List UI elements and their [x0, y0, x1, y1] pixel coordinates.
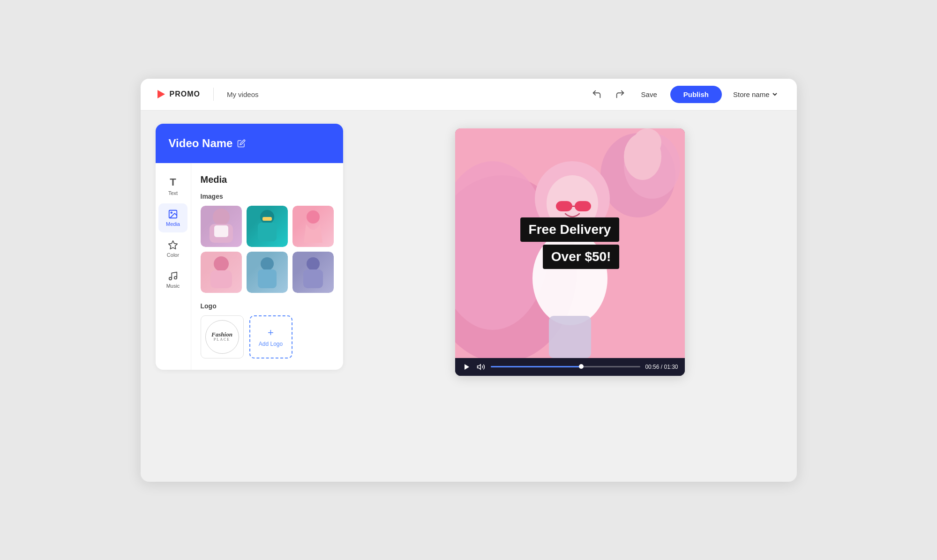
sidebar-color-label: Color	[167, 252, 179, 258]
sidebar-media-label: Media	[166, 221, 180, 227]
svg-rect-15	[258, 269, 277, 288]
undo-button[interactable]	[589, 87, 605, 101]
video-name-text: Video Name	[169, 137, 233, 150]
image-thumb-1[interactable]	[201, 206, 242, 247]
image-thumb-6[interactable]	[292, 252, 334, 293]
left-panel: Video Name T Text	[156, 124, 343, 370]
logo-area: PROMO	[156, 89, 200, 99]
fashion-background: Free Delivery Over $50!	[455, 128, 685, 358]
sidebar-item-text[interactable]: T Text	[158, 171, 187, 202]
text-icon: T	[170, 176, 176, 188]
header: PROMO My videos Save Publish Store name	[141, 79, 797, 111]
logo-items: Fashion PLACE + Add Logo	[201, 315, 334, 358]
fashion-logo[interactable]: Fashion PLACE	[201, 315, 244, 358]
svg-point-3	[169, 277, 172, 280]
svg-point-11	[307, 210, 320, 224]
app-container: PROMO My videos Save Publish Store name	[141, 79, 797, 482]
svg-marker-0	[157, 90, 165, 98]
text-box-2: Over $50!	[543, 245, 620, 269]
add-logo-label: Add Logo	[259, 341, 283, 347]
image-thumb-3[interactable]	[292, 206, 334, 247]
svg-point-2	[171, 212, 172, 213]
svg-rect-13	[210, 270, 232, 288]
sidebar-item-music[interactable]: Music	[158, 265, 187, 294]
sidebar-item-color[interactable]: Color	[158, 234, 187, 263]
fashion-place-text: PLACE	[214, 338, 230, 342]
progress-fill	[491, 366, 584, 367]
volume-button[interactable]	[476, 362, 486, 372]
image-thumb-5[interactable]	[247, 252, 288, 293]
svg-point-4	[174, 276, 177, 279]
images-grid	[201, 206, 334, 293]
media-section-title: Media	[201, 174, 334, 185]
header-actions: Save Publish Store name	[589, 86, 782, 103]
sidebar-icons: T Text Media	[156, 163, 191, 370]
publish-button[interactable]: Publish	[670, 86, 722, 103]
right-panel: Free Delivery Over $50!	[358, 124, 782, 376]
svg-point-5	[213, 209, 230, 225]
svg-rect-28	[556, 201, 572, 211]
svg-point-16	[307, 257, 320, 270]
music-icon	[168, 271, 178, 281]
image-thumb-4[interactable]	[201, 252, 242, 293]
media-content: Media Images	[191, 163, 343, 370]
sidebar-text-label: Text	[168, 190, 178, 196]
svg-point-24	[633, 128, 661, 157]
svg-marker-32	[465, 364, 469, 370]
media-icon	[168, 209, 178, 219]
fashion-logo-text: Fashion	[211, 331, 232, 338]
header-divider	[213, 88, 214, 101]
logo-text: PROMO	[170, 90, 200, 98]
store-name-button[interactable]: Store name	[729, 88, 782, 101]
svg-rect-9	[258, 223, 277, 241]
store-name-label: Store name	[733, 90, 770, 98]
svg-rect-31	[549, 316, 591, 358]
text-overlay: Free Delivery Over $50!	[520, 217, 620, 269]
video-name-header: Video Name	[156, 124, 343, 163]
logo-section: Logo Fashion PLACE	[201, 302, 334, 358]
image-thumb-2[interactable]	[247, 206, 288, 247]
logo-label: Logo	[201, 302, 334, 310]
svg-marker-33	[477, 364, 480, 369]
video-frame: Free Delivery Over $50!	[455, 128, 685, 358]
video-controls: 00:56 / 01:30	[455, 358, 685, 376]
promo-logo-icon	[156, 89, 166, 99]
sidebar-music-label: Music	[166, 283, 180, 289]
progress-dot	[579, 364, 584, 369]
panel-body: T Text Media	[156, 163, 343, 370]
time-display: 00:56 / 01:30	[645, 364, 678, 370]
redo-button[interactable]	[612, 87, 628, 101]
add-logo-button[interactable]: + Add Logo	[249, 315, 292, 358]
color-icon	[168, 240, 178, 250]
sidebar-item-media[interactable]: Media	[158, 203, 187, 232]
video-player: Free Delivery Over $50!	[455, 128, 685, 376]
fashion-logo-inner: Fashion PLACE	[205, 320, 239, 354]
images-label: Images	[201, 193, 334, 200]
progress-bar[interactable]	[491, 366, 641, 367]
add-logo-plus-icon: +	[268, 327, 274, 339]
main-content: Video Name T Text	[141, 111, 797, 482]
svg-point-12	[214, 256, 229, 271]
svg-point-14	[261, 257, 274, 270]
text-box-1: Free Delivery	[520, 217, 620, 242]
svg-rect-29	[575, 201, 591, 211]
my-videos-link[interactable]: My videos	[227, 90, 259, 98]
edit-name-icon[interactable]	[237, 139, 246, 148]
svg-rect-10	[262, 217, 272, 221]
svg-rect-17	[303, 269, 323, 288]
play-button[interactable]	[462, 362, 471, 372]
save-button[interactable]: Save	[636, 87, 663, 102]
svg-rect-7	[214, 225, 228, 237]
